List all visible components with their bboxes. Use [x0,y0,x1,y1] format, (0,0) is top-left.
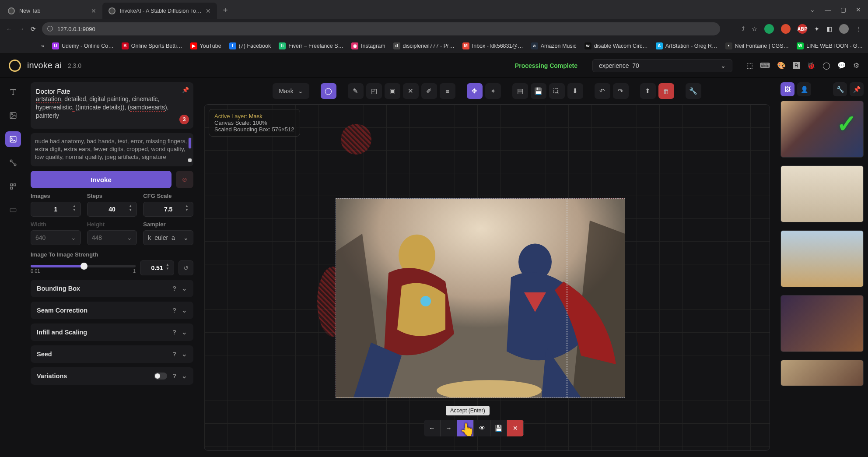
bookmark-item[interactable]: fiFiverr – Freelance S… [279,42,343,49]
help-icon[interactable]: ? [172,285,176,292]
gallery-thumb[interactable] [780,230,864,287]
model-select[interactable]: experience_70 ⌄ [592,59,732,72]
bookmark-item[interactable]: wdisable Wacom Circ… [584,42,648,49]
language-icon[interactable]: 🅰 [793,62,800,70]
back-icon[interactable]: ← [6,25,12,32]
canvas[interactable]: Active Layer: Mask Canvas Scale: 100% Sc… [204,104,770,451]
bounding-box-accordion[interactable]: Bounding Box ?⌄ [31,280,193,297]
variations-accordion[interactable]: Variations ?⌄ [31,367,193,385]
postprocess-tab[interactable] [5,179,21,194]
new-tab-button[interactable]: ＋ [221,4,229,15]
canvas-settings-icon[interactable]: 🔧 [686,83,701,99]
seed-accordion[interactable]: Seed ?⌄ [31,345,193,363]
gallery-settings-icon[interactable]: 🔧 [833,82,847,96]
stepper-icon[interactable]: ▲▼ [73,204,78,214]
bookmarks-overflow-icon[interactable]: » [41,43,44,49]
extensions-icon[interactable]: ✦ [814,25,819,32]
fill-tool[interactable]: ▣ [385,83,400,99]
extension-icon[interactable] [764,24,774,34]
profile-avatar[interactable] [839,24,849,34]
gallery-thumb[interactable] [780,360,864,386]
steps-input[interactable]: 40▲▼ [87,202,137,217]
invoke-button[interactable]: Invoke [31,171,172,188]
sidepanel-icon[interactable]: ◧ [826,25,832,32]
cancel-button[interactable]: ⊘ [176,171,193,188]
help-icon[interactable]: ? [172,373,176,380]
close-icon[interactable]: ✕ [206,7,211,14]
github-icon[interactable]: ◯ [822,61,830,70]
info-icon[interactable]: ⓘ [47,25,53,33]
keyboard-icon[interactable]: ⌨ [760,61,770,70]
download-icon[interactable]: ⬇ [567,83,583,99]
seam-correction-accordion[interactable]: Seam Correction ?⌄ [31,302,193,319]
browser-tab-inactive[interactable]: New Tab ✕ [2,3,102,19]
bookmark-item[interactable]: ◉Instagram [351,42,385,49]
help-icon[interactable]: ? [172,307,176,314]
stage-next-button[interactable]: → [441,420,457,436]
gallery-user-tab[interactable]: 👤 [797,82,811,96]
images-input[interactable]: 1▲▼ [31,202,81,217]
settings-icon[interactable]: ⚙ [853,61,859,70]
address-bar[interactable]: ⓘ 127.0.0.1:9090 [42,22,720,35]
cfg-input[interactable]: 7.5▲▼ [143,202,193,217]
bookmark-item[interactable]: BOnline Sports Betti… [122,42,182,49]
eraser-tool[interactable]: ◰ [366,83,382,99]
height-select[interactable]: 448⌄ [87,230,137,245]
cube-icon[interactable]: ⬚ [746,61,753,70]
move-tool[interactable]: ✥ [467,83,483,99]
gallery-pin-icon[interactable]: 📌 [850,82,864,96]
help-icon[interactable]: ? [172,351,176,358]
brush-tool[interactable]: ✎ [348,83,364,99]
i2i-strength-slider[interactable] [31,265,136,267]
extension-icon[interactable] [781,24,791,34]
stepper-icon[interactable]: ▲▼ [185,204,190,214]
chevron-down-icon[interactable]: ⌄ [810,6,815,13]
brush-options[interactable]: ≡ [440,83,455,99]
nodes-tab[interactable] [5,155,21,171]
img2img-tab[interactable] [5,108,21,123]
close-window-icon[interactable]: ✕ [856,6,861,13]
canvas-tab[interactable] [5,131,21,147]
bookmark-item[interactable]: AArtStation - Greg R… [656,42,718,49]
gallery-thumb[interactable] [780,165,864,222]
width-select[interactable]: 640⌄ [31,230,81,245]
color-picker-tool[interactable]: ✐ [421,83,437,99]
txt2img-tab[interactable] [5,84,21,100]
reset-view[interactable]: ⌖ [485,83,501,99]
negative-prompt[interactable]: nude bad anatomy, bad hands, text, error… [31,133,193,166]
help-icon[interactable]: ? [172,329,176,336]
variations-toggle[interactable] [154,373,167,380]
bug-icon[interactable]: 🐞 [807,61,816,70]
bookmark-item[interactable]: ddiscipleneil777 - Pr… [393,42,455,49]
bookmark-item[interactable]: UUdemy - Online Co… [52,42,114,49]
maximize-icon[interactable]: ▢ [840,6,846,13]
reset-button[interactable]: ↺ [178,260,193,275]
stepper-icon[interactable]: ▲▼ [129,204,134,214]
star-icon[interactable]: ☆ [752,25,757,32]
bookmark-item[interactable]: MInbox - klk56831@… [462,42,523,49]
gallery-thumb-selected[interactable]: ✓ [780,101,864,158]
stage-save-button[interactable]: 💾 [490,420,507,436]
reload-icon[interactable]: ⟳ [31,25,36,32]
extension-icon[interactable]: ABP [798,24,807,34]
bookmark-item[interactable]: ▶YouTube [190,42,221,49]
bookmark-item[interactable]: WLINE WEBTOON - G… [797,42,863,49]
stage-toggle-view-button[interactable]: 👁 [474,420,490,436]
layer-select[interactable]: Mask⌄ [273,83,309,99]
brush-circle-tool[interactable]: ◯ [321,83,336,99]
stage-prev-button[interactable]: ← [424,420,441,436]
scrollbar[interactable] [188,137,192,162]
gallery-images-tab[interactable]: 🖼 [780,82,794,96]
bookmark-item[interactable]: f(7) Facebook [229,42,271,49]
gallery-thumb[interactable] [780,295,864,352]
infill-scaling-accordion[interactable]: Infill and Scaling ?⌄ [31,323,193,341]
training-tab[interactable] [5,202,21,218]
undo-icon[interactable]: ↶ [595,83,610,99]
stage-discard-button[interactable]: ✕ [507,420,524,436]
upload-icon[interactable]: ⬆ [640,83,656,99]
redo-icon[interactable]: ↷ [613,83,629,99]
forward-icon[interactable]: → [18,25,24,32]
palette-icon[interactable]: 🎨 [777,61,786,70]
discord-icon[interactable]: 💬 [837,61,846,70]
bookmark-item[interactable]: •Neil Fontaine | CGS… [725,42,789,49]
